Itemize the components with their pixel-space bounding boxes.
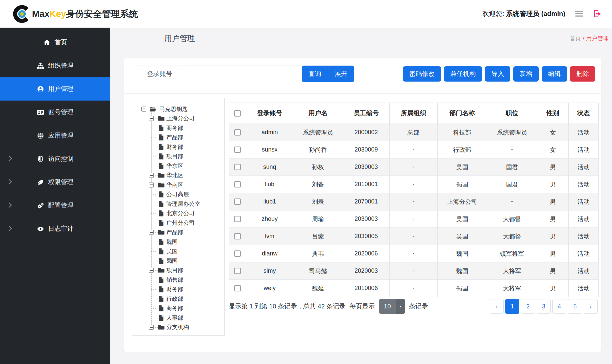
sidebar-item-access-control[interactable]: 访问控制 <box>0 147 110 171</box>
table-cell: 镇军将军 <box>487 245 537 262</box>
sidebar-item-config-management[interactable]: 配置管理 <box>0 194 110 217</box>
tree-node-label[interactable]: 商务部 <box>166 304 183 312</box>
table-cell: 刘备 <box>293 176 343 193</box>
delete-button[interactable]: 删除 <box>570 66 595 82</box>
file-icon <box>158 210 165 217</box>
breadcrumb: 首页/用户管理 <box>570 35 609 42</box>
table-cell: 男 <box>537 159 569 176</box>
tree-node-label[interactable]: 财务部 <box>166 143 183 151</box>
tree-node-label[interactable]: 产品部 <box>166 134 183 141</box>
pagination-page-1-button[interactable]: 1 <box>505 299 519 314</box>
row-checkbox[interactable] <box>234 216 241 222</box>
table-cell: - <box>487 193 537 210</box>
query-button[interactable]: 查询 <box>302 66 328 82</box>
tree-toggle-plus-icon[interactable] <box>149 173 154 178</box>
tree-node: 管理层办公室 <box>132 199 224 209</box>
page-size-dropdown[interactable]: 10 <box>379 299 405 314</box>
tree-toggle-plus-icon[interactable] <box>149 182 154 187</box>
select-all-checkbox[interactable] <box>234 110 241 117</box>
import-button[interactable]: 导入 <box>485 66 510 82</box>
tree-toggle-plus-icon[interactable] <box>149 116 154 121</box>
row-checkbox[interactable] <box>234 198 241 205</box>
file-icon <box>158 295 165 302</box>
tree-node-label[interactable]: 公司高层 <box>166 190 189 198</box>
brand-suffix: 身份安全管理系统 <box>66 9 138 19</box>
pagination-page-2-button[interactable]: 2 <box>521 299 535 314</box>
table-cell: - <box>487 141 537 159</box>
tree-node-label[interactable]: 广州分公司 <box>166 219 195 227</box>
sidebar-item-app-management[interactable]: 应用管理 <box>0 124 110 147</box>
tree-node-label[interactable]: 人事部 <box>166 314 183 322</box>
tree-node: 财务部 <box>132 142 224 152</box>
table-cell: - <box>390 228 438 245</box>
eye-icon <box>37 225 44 232</box>
tree-node-label[interactable]: 吴国 <box>166 247 178 255</box>
tree-node-label[interactable]: 华北区 <box>166 172 183 179</box>
sidebar-item-account-management[interactable]: 账号管理 <box>0 101 110 124</box>
sidebar-item-org-management[interactable]: 组织管理 <box>0 54 110 77</box>
tree-node-label[interactable]: 魏国 <box>166 238 178 246</box>
tree-node-label[interactable]: 北京分公司 <box>166 209 195 217</box>
add-button[interactable]: 新增 <box>513 66 539 82</box>
row-checkbox[interactable] <box>234 147 241 153</box>
expand-button[interactable]: 展开 <box>328 66 354 82</box>
table-cell: 2030009 <box>343 141 390 159</box>
tree-node-label[interactable]: 销售部 <box>166 276 183 284</box>
tree-node-label[interactable]: 管理层办公室 <box>166 200 200 208</box>
pagination-next-button[interactable]: › <box>584 299 598 314</box>
sidebar-item-home[interactable]: 首页 <box>0 31 110 54</box>
tree-node-label[interactable]: 产品部 <box>166 228 183 236</box>
tree-node-label[interactable]: 项目部 <box>166 266 183 274</box>
record-summary: 显示第 1 到第 10 条记录，总共 42 条记录 <box>229 302 346 311</box>
password-modify-button[interactable]: 密码修改 <box>403 66 441 82</box>
user-management-panel: 登录账号 查询 展开 密码修改兼任机构导入新增编辑删除 马克思钥匙上海分公司商务… <box>124 58 601 352</box>
tree-node-label[interactable]: 华南区 <box>166 181 183 189</box>
tree-node-label[interactable]: 上海分公司 <box>166 115 195 122</box>
table-cell: simy <box>246 262 293 280</box>
concurrent-org-button[interactable]: 兼任机构 <box>444 66 482 82</box>
tree-node-label[interactable]: 分支机构 <box>166 323 189 331</box>
table-cell: 吴国 <box>438 159 487 176</box>
logout-icon[interactable] <box>593 9 602 18</box>
row-checkbox[interactable] <box>234 233 241 239</box>
row-checkbox[interactable] <box>234 181 241 187</box>
menu-icon[interactable] <box>575 9 584 18</box>
tree-node-label[interactable]: 财务部 <box>166 285 183 293</box>
edit-button[interactable]: 编辑 <box>542 66 567 82</box>
tree-node-label[interactable]: 华东区 <box>166 162 183 170</box>
login-account-input[interactable] <box>186 66 302 82</box>
sidebar-item-permission-management[interactable]: 权限管理 <box>0 171 110 194</box>
pagination-page-3-button[interactable]: 3 <box>537 299 551 314</box>
pagination-prev-button[interactable]: ‹ <box>490 299 504 314</box>
table-cell: 2020006 <box>343 245 390 262</box>
row-checkbox[interactable] <box>234 164 241 170</box>
table-cell: 大都督 <box>487 228 537 245</box>
tree-node: 吴国 <box>132 247 224 256</box>
tree-node-label[interactable]: 项目部 <box>166 153 183 160</box>
table-cell: - <box>390 262 438 280</box>
checkbox-cell <box>229 228 246 245</box>
gears-icon <box>37 202 44 209</box>
row-checkbox[interactable] <box>234 285 241 291</box>
tree-node-label[interactable]: 马克思钥匙 <box>159 105 188 113</box>
file-icon <box>158 144 165 151</box>
tree-node-label[interactable]: 蜀国 <box>166 257 178 265</box>
sidebar-item-user-management[interactable]: 用户管理 <box>0 77 110 101</box>
tree-toggle-plus-icon[interactable] <box>149 268 154 273</box>
page-size-value: 10 <box>379 303 396 310</box>
tree-node-label[interactable]: 商务部 <box>166 124 183 132</box>
row-checkbox[interactable] <box>234 250 241 257</box>
row-checkbox[interactable] <box>234 268 241 274</box>
breadcrumb-home[interactable]: 首页 <box>570 35 581 42</box>
row-checkbox[interactable] <box>234 129 241 136</box>
tree-toggle-minus-icon[interactable] <box>141 107 146 112</box>
tree-node-label[interactable]: 行政部 <box>166 295 183 303</box>
pagination-page-4-button[interactable]: 4 <box>552 299 566 314</box>
tree-node: 商务部 <box>132 123 224 133</box>
pagination-page-5-button[interactable]: 5 <box>568 299 582 314</box>
tree-toggle-plus-icon[interactable] <box>149 325 154 330</box>
table-cell: 蜀国 <box>438 280 487 297</box>
folder-icon <box>158 324 165 331</box>
tree-toggle-plus-icon[interactable] <box>149 230 154 235</box>
sidebar-item-log-audit[interactable]: 日志审计 <box>0 217 110 240</box>
